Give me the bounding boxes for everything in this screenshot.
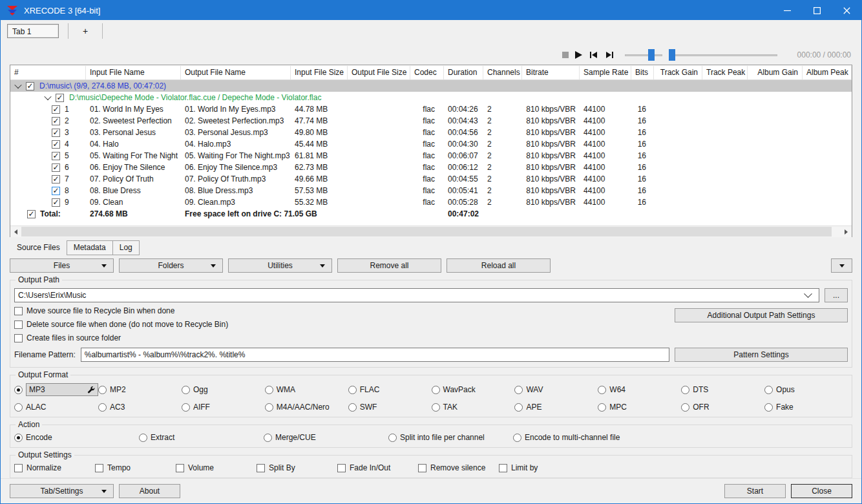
format-radio[interactable] xyxy=(98,403,107,412)
format-option-wma[interactable]: WMA xyxy=(265,383,348,396)
seek-slider[interactable] xyxy=(669,49,777,61)
action-radio[interactable] xyxy=(513,434,521,442)
column-header-codec[interactable]: Codec xyxy=(410,66,444,79)
setting-checkbox[interactable] xyxy=(418,464,426,472)
format-option-fake[interactable]: Fake xyxy=(764,403,848,412)
action-option-encode[interactable]: Encode xyxy=(14,433,139,442)
column-header-album-gain[interactable]: Album Gain xyxy=(748,66,803,79)
checkbox-move-source-file-to-recycle-bin-when-don[interactable]: Move source file to Recycle Bin when don… xyxy=(14,306,675,315)
files-button[interactable]: Files xyxy=(10,258,114,273)
checkbox-box[interactable] xyxy=(14,334,23,342)
format-radio[interactable] xyxy=(598,386,606,394)
format-option-tak[interactable]: TAK xyxy=(432,403,515,412)
action-option-split-into-file-per-channel[interactable]: Split into file per channel xyxy=(388,433,513,442)
track-checkbox[interactable]: ✓ xyxy=(52,152,60,160)
volume-slider-thumb[interactable] xyxy=(648,49,655,61)
column-header-bitrate[interactable]: Bitrate xyxy=(522,66,580,79)
setting-limit-by[interactable]: Limit by xyxy=(499,463,580,472)
setting-volume[interactable]: Volume xyxy=(176,463,257,472)
format-option-aiff[interactable]: AIFF xyxy=(182,403,265,412)
column-header-input-file-size[interactable]: Input File Size xyxy=(291,66,348,79)
table-row-folder[interactable]: ✓D:\music\ (9/9, 274.68 MB, 00:47:02) xyxy=(10,80,852,92)
previous-track-icon[interactable] xyxy=(589,51,598,59)
tab-log[interactable]: Log xyxy=(112,240,140,255)
checkbox-box[interactable] xyxy=(14,307,23,315)
table-row-track[interactable]: ✓404. Halo04. Halo.mp345.44 MBflac00:04:… xyxy=(10,138,852,150)
format-radio[interactable] xyxy=(182,386,190,394)
setting-checkbox[interactable] xyxy=(499,464,507,472)
expand-chevron-icon[interactable] xyxy=(44,93,51,100)
total-checkbox[interactable]: ✓ xyxy=(27,210,36,218)
table-row-track[interactable]: ✓303. Personal Jesus03. Personal Jesus.m… xyxy=(10,127,852,138)
additional-output-path-settings-button[interactable]: Additional Output Path Settings xyxy=(675,308,848,322)
format-option-flac[interactable]: FLAC xyxy=(348,383,432,396)
setting-split-by[interactable]: Split By xyxy=(257,463,337,472)
track-checkbox[interactable]: ✓ xyxy=(52,117,60,125)
format-radio[interactable] xyxy=(265,403,273,412)
format-option-opus[interactable]: Opus xyxy=(764,383,848,396)
format-radio[interactable] xyxy=(348,403,357,412)
scroll-left-arrow-icon[interactable] xyxy=(10,226,21,237)
reload-all-button[interactable]: Reload all xyxy=(447,258,551,273)
about-button[interactable]: About xyxy=(119,484,180,498)
column-header-album-peak[interactable]: Album Peak xyxy=(803,66,852,79)
column-header-output-file-name[interactable]: Output File Name xyxy=(181,66,291,79)
tab-metadata[interactable]: Metadata xyxy=(67,240,113,255)
action-option-merge-cue[interactable]: Merge/CUE xyxy=(264,433,388,442)
format-option-mp3[interactable]: MP3 xyxy=(14,383,98,396)
checkbox-box[interactable] xyxy=(14,320,23,329)
table-row-track[interactable]: ✓707. Policy Of Truth07. Policy Of Truth… xyxy=(10,173,852,185)
track-checkbox[interactable]: ✓ xyxy=(52,175,60,184)
setting-checkbox[interactable] xyxy=(176,464,184,472)
format-option-swf[interactable]: SWF xyxy=(348,403,432,412)
setting-fade-in-out[interactable]: Fade In/Out xyxy=(337,463,418,472)
table-row-track[interactable]: ✓505. Waiting For The Night05. Waiting F… xyxy=(10,150,852,162)
close-button[interactable]: Close xyxy=(791,484,852,498)
format-option-mpc[interactable]: MPC xyxy=(598,403,681,412)
format-radio[interactable] xyxy=(764,403,773,412)
column-header-sample-rate[interactable]: Sample Rate xyxy=(580,66,631,79)
format-option-w64[interactable]: W64 xyxy=(598,383,681,396)
action-radio[interactable] xyxy=(14,434,23,442)
format-option-ac3[interactable]: AC3 xyxy=(98,403,182,412)
setting-checkbox[interactable] xyxy=(257,464,265,472)
table-row-cue[interactable]: ✓D:\music\Depeche Mode - Violator.flac.c… xyxy=(10,92,852,103)
browse-path-button[interactable]: ... xyxy=(825,288,848,302)
format-radio[interactable] xyxy=(14,386,23,394)
next-track-icon[interactable] xyxy=(605,51,615,59)
stop-icon[interactable] xyxy=(562,52,569,58)
tab-settings-button[interactable]: Tab/Settings xyxy=(10,484,114,498)
checkbox-create-files-in-source-folder[interactable]: Create files in source folder xyxy=(14,333,675,342)
format-radio[interactable] xyxy=(98,386,107,394)
selected-format-box[interactable]: MP3 xyxy=(26,383,98,396)
format-option-mp2[interactable]: MP2 xyxy=(98,383,182,396)
setting-remove-silence[interactable]: Remove silence xyxy=(418,463,499,472)
more-options-button[interactable] xyxy=(831,258,852,273)
column-header-duration[interactable]: Duration xyxy=(444,66,483,79)
format-radio[interactable] xyxy=(432,403,440,412)
action-option-encode-to-multi-channel-file[interactable]: Encode to multi-channel file xyxy=(513,433,638,442)
setting-checkbox[interactable] xyxy=(14,464,23,472)
checkbox-delete-source-file-when-done-do-not-move[interactable]: Delete source file when done (do not mov… xyxy=(14,320,675,329)
column-header-track-peak[interactable]: Track Peak xyxy=(702,66,748,79)
seek-slider-thumb[interactable] xyxy=(669,49,675,61)
format-radio[interactable] xyxy=(514,386,523,394)
table-row-track[interactable]: ✓909. Clean09. Clean.mp355.32 MBflac00:0… xyxy=(10,196,852,208)
scrollbar-thumb[interactable] xyxy=(21,227,832,236)
column-header-channels[interactable]: Channels xyxy=(483,66,522,79)
folders-button[interactable]: Folders xyxy=(119,258,223,273)
format-option-dts[interactable]: DTS xyxy=(681,383,764,396)
utilities-button[interactable]: Utilities xyxy=(228,258,332,273)
action-option-extract[interactable]: Extract xyxy=(139,433,264,442)
filename-pattern-input[interactable]: %albumartist% - %album%\%track2%. %title… xyxy=(81,348,669,362)
cue-row-checkbox[interactable]: ✓ xyxy=(56,94,64,102)
format-radio[interactable] xyxy=(182,403,190,412)
volume-slider[interactable] xyxy=(625,49,662,61)
table-row-track[interactable]: ✓606. Enjoy The Silence06. Enjoy The Sil… xyxy=(10,162,852,173)
track-checkbox[interactable]: ✓ xyxy=(52,129,60,137)
setting-tempo[interactable]: Tempo xyxy=(95,463,176,472)
format-radio[interactable] xyxy=(14,403,23,412)
play-icon[interactable] xyxy=(575,51,582,59)
track-checkbox[interactable]: ✓ xyxy=(52,105,60,114)
add-tab-button[interactable]: + xyxy=(78,26,93,36)
